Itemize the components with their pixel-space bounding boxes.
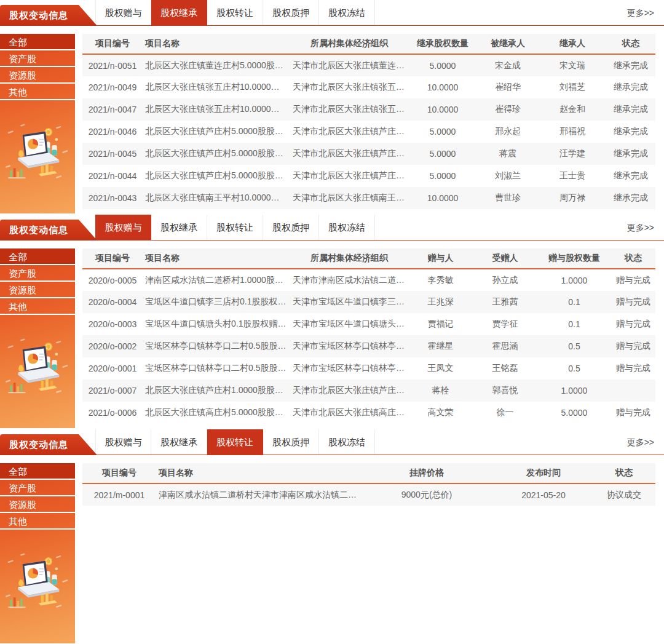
- table-cell: 5.0000: [408, 121, 477, 143]
- table-cell: 王雅茜: [473, 291, 537, 313]
- table-cell: 继承完成: [606, 98, 655, 121]
- table-cell: 2020/o-0003: [82, 313, 143, 335]
- table-cell: 汪学建: [539, 143, 606, 165]
- table-cell: 赵金和: [539, 98, 606, 121]
- table-row[interactable]: 2021/n-0044北辰区大张庄镇芦庄村5.0000股股权继承...天津市北辰…: [82, 165, 655, 187]
- column-header-project-id: 项目编号: [82, 248, 143, 269]
- table-cell: 北辰区大张庄镇南王平村10.0000股股权继...: [143, 187, 290, 209]
- tab-equity-transfer[interactable]: 股权转让: [207, 429, 263, 455]
- sidebar-item-all[interactable]: 全部: [0, 248, 75, 265]
- column-header-publish-date: 发布时间: [494, 463, 593, 483]
- category-sidebar: 全部 资产股 资源股 其他: [0, 463, 75, 643]
- table-cell: 天津市北辰区大张庄镇南王平村股...: [290, 187, 408, 209]
- column-header-listing-price: 挂牌价格: [359, 463, 494, 483]
- table-row[interactable]: 2021/o-0007北辰区大张庄镇芦庄村1.0000股股权赠与...天津市北辰…: [82, 380, 655, 402]
- table-cell: 2020/o-0002: [82, 335, 143, 357]
- sidebar-item-all[interactable]: 全部: [0, 463, 75, 480]
- table-header-row: 项目编号 项目名称 所属村集体经济组织 继承股权数量 被继承人 继承人 状态: [82, 34, 655, 54]
- table-cell: 继承完成: [606, 143, 655, 165]
- table-cell: 2021/n-0045: [82, 143, 143, 165]
- table-row[interactable]: 2021/n-0049北辰区大张庄镇张五庄村10.0000股股权继...天津市北…: [82, 76, 655, 98]
- tab-equity-pledge[interactable]: 股权质押: [263, 0, 319, 25]
- tab-equity-gift[interactable]: 股权赠与: [95, 215, 151, 240]
- table-cell: 天津市宝坻区林亭口镇林亭口二村...: [290, 357, 408, 380]
- table-cell: 2021/n-0049: [82, 76, 143, 98]
- table-cell: 1.0000: [537, 380, 611, 402]
- sidebar-item-all[interactable]: 全部: [0, 34, 75, 50]
- table-cell: 继承完成: [606, 121, 655, 143]
- table-cell: 天津市北辰区大张庄镇芦庄村股份...: [290, 121, 408, 143]
- sidebar-item-asset-shares[interactable]: 资产股: [0, 265, 75, 282]
- sidebar-item-asset-shares[interactable]: 资产股: [0, 50, 75, 67]
- table-cell: 周万禄: [539, 187, 606, 209]
- table-row[interactable]: 2020/o-0005津南区咸水沽镇二道桥村1.0000股股权赠...天津市津南…: [82, 269, 655, 291]
- table-cell: 0.5: [537, 335, 611, 357]
- tab-equity-transfer[interactable]: 股权转让: [207, 215, 263, 240]
- table-panel: 项目编号 项目名称 挂牌价格 发布时间 状态 2021/m-0001津南区咸水沽…: [75, 463, 664, 643]
- table-cell: 继承完成: [606, 165, 655, 187]
- table-cell: 2021/n-0051: [82, 54, 143, 76]
- tab-equity-pledge[interactable]: 股权质押: [263, 429, 319, 455]
- tab-equity-gift[interactable]: 股权赠与: [95, 429, 151, 455]
- more-link[interactable]: 更多>>: [627, 215, 664, 240]
- table-cell: 宝坻区牛道口镇李三店村0.1股股权赠与项目: [143, 291, 290, 313]
- section-transfer: 股权变动信息 股权赠与 股权继承 股权转让 股权质押 股权冻结 更多>> 全部 …: [0, 429, 664, 643]
- tab-equity-pledge[interactable]: 股权质押: [263, 215, 319, 240]
- tab-bar: 股权赠与 股权继承 股权转让 股权质押 股权冻结: [95, 0, 375, 25]
- table-cell: 霍思涵: [473, 335, 537, 357]
- section-body: 全部 资产股 资源股 其他: [0, 34, 664, 213]
- sidebar-item-resource-shares[interactable]: 资源股: [0, 496, 75, 513]
- table-header-row: 项目编号 项目名称 所属村集体经济组织 赠与人 受赠人 赠与股权数量 状态: [82, 248, 655, 269]
- column-header-project-id: 项目编号: [82, 34, 143, 54]
- table-row[interactable]: 2021/n-0046北辰区大张庄镇芦庄村5.0000股股权继承...天津市北辰…: [82, 121, 655, 143]
- tab-equity-freeze[interactable]: 股权冻结: [319, 429, 375, 455]
- sidebar-item-resource-shares[interactable]: 资源股: [0, 282, 75, 298]
- table-body: 2021/n-0051北辰区大张庄镇董连庄村5.0000股股权继...天津市北辰…: [82, 54, 655, 209]
- column-header-village-org: 所属村集体经济组织: [290, 34, 408, 54]
- table-row[interactable]: 2021/n-0043北辰区大张庄镇南王平村10.0000股股权继...天津市北…: [82, 187, 655, 209]
- table-cell: 10.0000: [408, 76, 477, 98]
- table-cell: 5.0000: [408, 143, 477, 165]
- column-header-recipient: 受赠人: [473, 248, 537, 269]
- table-row[interactable]: 2021/o-0006北辰区大张庄镇高庄村5.0000股股权赠与...天津市北辰…: [82, 402, 655, 424]
- table-row[interactable]: 2020/o-0004宝坻区牛道口镇李三店村0.1股股权赠与项目天津市宝坻区牛道…: [82, 291, 655, 313]
- column-header-heir: 继承人: [539, 34, 606, 54]
- table-cell: 天津市津南区咸水沽镇二道桥村股...: [290, 269, 408, 291]
- sidebar-item-asset-shares[interactable]: 资产股: [0, 480, 75, 496]
- tab-equity-inheritance[interactable]: 股权继承: [151, 0, 207, 25]
- tab-equity-inheritance[interactable]: 股权继承: [151, 429, 207, 455]
- table-cell: 赠与完成: [611, 269, 655, 291]
- table-row[interactable]: 2021/n-0047北辰区大张庄镇张五庄村10.0000股股权继...天津市北…: [82, 98, 655, 121]
- tab-equity-inheritance[interactable]: 股权继承: [151, 215, 207, 240]
- table-cell: 宋金成: [477, 54, 539, 76]
- table-row[interactable]: 2020/o-0001宝坻区林亭口镇林亭口二村0.5股股权赠与...天津市宝坻区…: [82, 357, 655, 380]
- tab-equity-freeze[interactable]: 股权冻结: [319, 215, 375, 240]
- table-cell: 宝坻区林亭口镇林亭口二村0.5股股权赠与...: [143, 335, 290, 357]
- more-link[interactable]: 更多>>: [627, 0, 664, 25]
- sidebar-item-other[interactable]: 其他: [0, 513, 75, 530]
- sidebar-item-other[interactable]: 其他: [0, 84, 75, 100]
- table-row[interactable]: 2020/o-0002宝坻区林亭口镇林亭口二村0.5股股权赠与...天津市宝坻区…: [82, 335, 655, 357]
- column-header-status: 状态: [611, 248, 655, 269]
- table-cell: 天津市北辰区大张庄镇张五庄村股...: [290, 76, 408, 98]
- table-cell: 徐一: [473, 402, 537, 424]
- table-cell: 曹世珍: [477, 187, 539, 209]
- table-row[interactable]: 2021/n-0051北辰区大张庄镇董连庄村5.0000股股权继...天津市北辰…: [82, 54, 655, 76]
- table-row[interactable]: 2021/m-0001津南区咸水沽镇二道桥村天津市津南区咸水沽镇二道桥村股份经.…: [82, 483, 655, 506]
- table-cell: 2021/o-0006: [82, 402, 143, 424]
- table-cell: 10.0000: [408, 98, 477, 121]
- section-title: 股权变动信息: [0, 434, 97, 455]
- tab-equity-freeze[interactable]: 股权冻结: [319, 0, 375, 25]
- inheritance-table: 项目编号 项目名称 所属村集体经济组织 继承股权数量 被继承人 继承人 状态 2…: [82, 34, 655, 209]
- table-cell: 霍继星: [408, 335, 473, 357]
- laptop-analytics-illustration: [3, 549, 72, 618]
- table-row[interactable]: 2020/o-0003宝坻区牛道口镇塘头村0.1股股权赠与项目天津市宝坻区牛道口…: [82, 313, 655, 335]
- more-link[interactable]: 更多>>: [627, 429, 664, 455]
- table-row[interactable]: 2021/n-0045北辰区大张庄镇芦庄村5.0000股股权继承...天津市北辰…: [82, 143, 655, 165]
- tab-equity-transfer[interactable]: 股权转让: [207, 0, 263, 25]
- sidebar-item-other[interactable]: 其他: [0, 298, 75, 315]
- column-header-gift-quantity: 赠与股权数量: [537, 248, 611, 269]
- tab-equity-gift[interactable]: 股权赠与: [95, 0, 151, 25]
- section-title-banner: 股权变动信息: [0, 434, 97, 455]
- sidebar-item-resource-shares[interactable]: 资源股: [0, 67, 75, 84]
